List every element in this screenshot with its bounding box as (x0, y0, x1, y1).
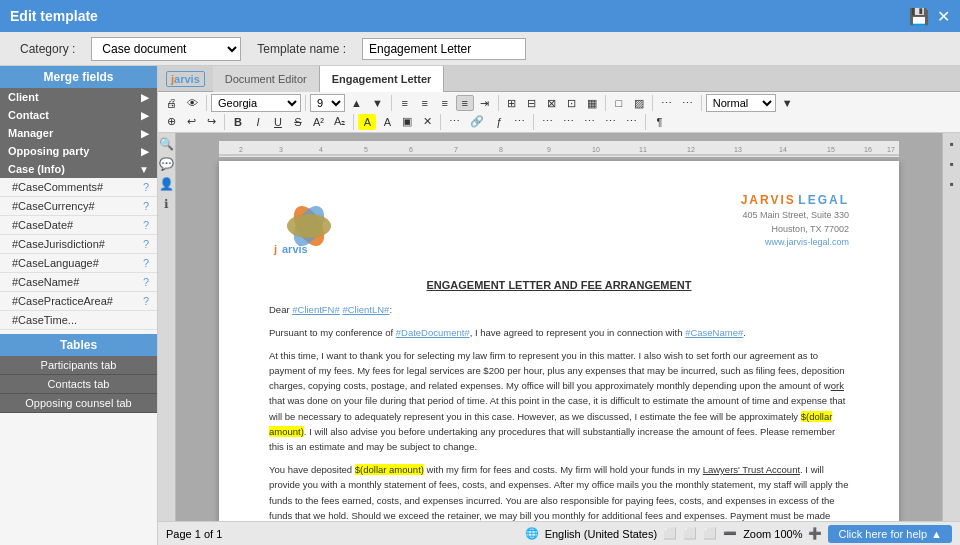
doc-container[interactable]: 2 3 4 5 6 7 8 9 10 11 12 13 14 15 (176, 133, 942, 521)
redo-btn[interactable]: ↪ (202, 113, 220, 130)
link-btn[interactable]: 🔗 (466, 113, 488, 130)
field-case-language-help[interactable]: ? (143, 257, 149, 269)
save-icon[interactable]: 💾 (909, 7, 929, 26)
field-case-language[interactable]: #CaseLanguage# ? (0, 254, 157, 273)
field-datedoc[interactable]: #DateDocument# (396, 327, 470, 338)
subscript-btn[interactable]: A₂ (330, 113, 349, 130)
align-center-btn[interactable]: ≡ (416, 95, 434, 111)
merge-btn[interactable]: ⊟ (523, 95, 541, 112)
tab-document-editor[interactable]: Document Editor (213, 66, 320, 92)
comment-icon[interactable]: 💬 (159, 157, 175, 171)
row-btn[interactable]: ⊡ (563, 95, 581, 112)
field-case-currency[interactable]: #CaseCurrency# ? (0, 197, 157, 216)
font-size-select[interactable]: 9 (310, 94, 345, 112)
para-mark-btn[interactable]: ¶ (650, 114, 668, 130)
print-btn[interactable]: 🖨 (162, 95, 181, 111)
language-label[interactable]: English (United States) (545, 528, 658, 540)
strike-btn[interactable]: S (289, 114, 307, 130)
superscript-btn[interactable]: A² (309, 114, 328, 130)
svg-text:arvis: arvis (282, 243, 308, 255)
extra-btn6[interactable]: ⋯ (601, 113, 620, 130)
font-select[interactable]: Georgia (211, 94, 301, 112)
style-expand-btn[interactable]: ▼ (778, 95, 797, 111)
highlight-btn[interactable]: A (358, 114, 376, 130)
table-contacts[interactable]: Contacts tab (0, 375, 157, 394)
align-justify-btn[interactable]: ≡ (456, 95, 474, 111)
align-right-btn[interactable]: ≡ (436, 95, 454, 111)
company-website-link[interactable]: www.jarvis-legal.com (765, 237, 849, 247)
field-clientfn[interactable]: #ClientFN# (292, 304, 340, 315)
undo-btn[interactable]: ↩ (182, 113, 200, 130)
font-size-down-btn[interactable]: ▼ (368, 95, 387, 111)
field-case-name-help[interactable]: ? (143, 276, 149, 288)
group-client[interactable]: Client ▶ (0, 88, 157, 106)
font-color-btn[interactable]: A (378, 114, 396, 130)
left-icons: 🔍 💬 👤 ℹ (158, 133, 176, 521)
field-case-practice-area-help[interactable]: ? (143, 295, 149, 307)
underline-btn[interactable]: U (269, 114, 287, 130)
split-btn[interactable]: ⊠ (543, 95, 561, 112)
tab-engagement-letter[interactable]: Engagement Letter (320, 66, 445, 92)
zoom-in-icon[interactable]: 🔍 (159, 137, 175, 151)
field-case-comments-help[interactable]: ? (143, 181, 149, 193)
group-contact[interactable]: Contact ▶ (0, 106, 157, 124)
right-icon-3[interactable]: ▪ (944, 177, 960, 191)
shading-btn[interactable]: ▨ (630, 95, 648, 112)
bold-btn[interactable]: B (229, 114, 247, 130)
more-btn2[interactable]: ⋯ (678, 95, 697, 112)
field-case-date[interactable]: #CaseDate# ? (0, 216, 157, 235)
field-case-comments[interactable]: #CaseComments# ? (0, 178, 157, 197)
group-case-info[interactable]: Case (Info) ▼ (0, 160, 157, 178)
field-case-time[interactable]: #CaseTime... (0, 311, 157, 330)
toolbar-icon1[interactable]: ⊕ (162, 113, 180, 130)
zoom-out-icon[interactable]: ➖ (723, 527, 737, 540)
right-icon-2[interactable]: ▪ (944, 157, 960, 171)
close-icon[interactable]: ✕ (937, 7, 950, 26)
group-opposing-party[interactable]: Opposing party ▶ (0, 142, 157, 160)
clear-format-btn[interactable]: ✕ (418, 113, 436, 130)
field-case-jurisdiction[interactable]: #CaseJurisdiction# ? (0, 235, 157, 254)
table-participants[interactable]: Participants tab (0, 356, 157, 375)
style-select[interactable]: Normal (706, 94, 776, 112)
extra-btn3[interactable]: ⋯ (538, 113, 557, 130)
zoom-in-icon[interactable]: ➕ (808, 527, 822, 540)
right-icon-1[interactable]: ▪ (944, 137, 960, 151)
field-case-practice-area[interactable]: #CasePracticeArea# ? (0, 292, 157, 311)
group-manager[interactable]: Manager ▶ (0, 124, 157, 142)
table-btn[interactable]: ⊞ (503, 95, 521, 112)
formula-btn[interactable]: ƒ (490, 114, 508, 130)
extra-btn5[interactable]: ⋯ (580, 113, 599, 130)
border-btn[interactable]: □ (610, 95, 628, 111)
field-case-name[interactable]: #CaseName# ? (0, 273, 157, 292)
field-case-date-help[interactable]: ? (143, 219, 149, 231)
field-case-jurisdiction-help[interactable]: ? (143, 238, 149, 250)
category-select[interactable]: Case document (91, 37, 241, 61)
bg-color-btn[interactable]: ▣ (398, 113, 416, 130)
extra-btn2[interactable]: ⋯ (510, 113, 529, 130)
template-name-input[interactable] (362, 38, 526, 60)
doc-page[interactable]: j arvis JARVIS LEGAL 405 Main Street, Su… (219, 161, 899, 521)
status-icon-1[interactable]: ⬜ (663, 527, 677, 540)
font-size-up-btn[interactable]: ▲ (347, 95, 366, 111)
table-opposing-counsel[interactable]: Opposing counsel tab (0, 394, 157, 413)
col-btn[interactable]: ▦ (583, 95, 601, 112)
indent-btn[interactable]: ⇥ (476, 95, 494, 112)
field-clientln[interactable]: #ClientLN# (342, 304, 389, 315)
italic-btn[interactable]: I (249, 114, 267, 130)
status-icon-3[interactable]: ⬜ (703, 527, 717, 540)
extra-btn1[interactable]: ⋯ (445, 113, 464, 130)
field-case-currency-help[interactable]: ? (143, 200, 149, 212)
field-casename[interactable]: #CaseName# (685, 327, 743, 338)
zoom-label: Zoom 100% (743, 528, 802, 540)
group-opposing-party-label: Opposing party (8, 145, 89, 157)
more-btn1[interactable]: ⋯ (657, 95, 676, 112)
extra-btn7[interactable]: ⋯ (622, 113, 641, 130)
align-left-btn[interactable]: ≡ (396, 95, 414, 111)
help-button[interactable]: Click here for help ▲ (828, 525, 952, 543)
extra-btn4[interactable]: ⋯ (559, 113, 578, 130)
status-icon-2[interactable]: ⬜ (683, 527, 697, 540)
person-icon[interactable]: 👤 (159, 177, 175, 191)
info-icon[interactable]: ℹ (159, 197, 175, 211)
group-manager-label: Manager (8, 127, 53, 139)
preview-btn[interactable]: 👁 (183, 95, 202, 111)
